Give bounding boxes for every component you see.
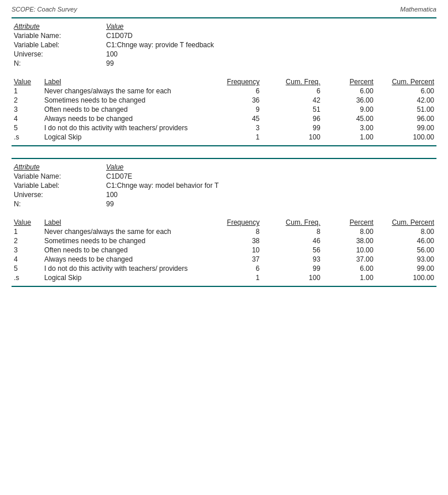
freq-cell: 56.00 — [376, 245, 436, 255]
section-1: AttributeValueVariable Name:C1D07DVariab… — [12, 17, 436, 146]
section-2: AttributeValueVariable Name:C1D07EVariab… — [12, 158, 436, 287]
attr-value: 99 — [104, 199, 436, 209]
freq-col-header: Cum. Freq. — [262, 77, 322, 86]
attr-row: Universe:100 — [12, 50, 436, 59]
freq-cell: 38 — [201, 236, 262, 245]
freq-cell: 1 — [201, 273, 262, 282]
page-header: SCOPE: Coach Survey Mathematica — [12, 6, 436, 13]
freq-cell: 93.00 — [376, 255, 436, 264]
freq-cell: Always needs to be changed — [42, 114, 201, 123]
freq-cell: 4 — [12, 255, 42, 264]
freq-cell: 36 — [201, 96, 262, 105]
freq-col-header: Frequency — [201, 77, 262, 86]
attr-row: Variable Label:C1:Chnge way: provide T f… — [12, 40, 436, 50]
attr-row: AttributeValue — [12, 163, 436, 172]
freq-cell: 51 — [262, 105, 322, 114]
freq-cell: 8 — [201, 227, 262, 236]
freq-cell: .s — [12, 273, 42, 282]
freq-col-header: Percent — [323, 77, 376, 86]
freq-data-row: 2Sometimes needs to be changed384638.004… — [12, 236, 436, 245]
freq-cell: 6.00 — [323, 264, 376, 273]
freq-cell: I do not do this activity with teachers/… — [42, 123, 201, 133]
attr-row: Variable Name:C1D07E — [12, 172, 436, 181]
freq-cell: 2 — [12, 96, 42, 105]
freq-cell: 3 — [12, 105, 42, 114]
freq-cell: 6 — [262, 86, 322, 96]
freq-cell: 37.00 — [323, 255, 376, 264]
freq-cell: 1 — [12, 86, 42, 96]
attr-label: Variable Label: — [12, 181, 104, 190]
freq-cell: 5 — [12, 264, 42, 273]
attr-label: N: — [12, 199, 104, 209]
attr-value: C1:Chnge way: model behavior for T — [104, 181, 436, 190]
freq-header-row: ValueLabelFrequencyCum. Freq.PercentCum.… — [12, 218, 436, 227]
freq-data-row: 1Never changes/always the same for each6… — [12, 86, 436, 96]
freq-cell: 6 — [201, 264, 262, 273]
freq-data-row: 1Never changes/always the same for each8… — [12, 227, 436, 236]
freq-cell: 1 — [201, 133, 262, 142]
freq-data-row: 4Always needs to be changed379337.0093.0… — [12, 255, 436, 264]
freq-cell: 10.00 — [323, 245, 376, 255]
freq-col-header: Frequency — [201, 218, 262, 227]
freq-cell: 4 — [12, 114, 42, 123]
freq-cell: 99 — [262, 264, 322, 273]
freq-cell: 100.00 — [376, 273, 436, 282]
attr-value: C1D07E — [104, 172, 436, 181]
freq-cell: 8.00 — [376, 227, 436, 236]
attr-row: N:99 — [12, 199, 436, 209]
freq-cell: 99.00 — [376, 264, 436, 273]
freq-data-row: 3Often needs to be changed105610.0056.00 — [12, 245, 436, 255]
freq-cell: 3.00 — [323, 123, 376, 133]
attr-label: Universe: — [12, 190, 104, 199]
freq-cell: Always needs to be changed — [42, 255, 201, 264]
attr-row: AttributeValue — [12, 22, 436, 31]
attr-value: 100 — [104, 190, 436, 199]
attr-label: Universe: — [12, 50, 104, 59]
freq-data-row: .sLogical Skip11001.00100.00 — [12, 133, 436, 142]
freq-cell: Never changes/always the same for each — [42, 227, 201, 236]
freq-data-row: 5I do not do this activity with teachers… — [12, 264, 436, 273]
attr-value: Value — [104, 163, 436, 172]
attr-label: Attribute — [12, 22, 104, 31]
freq-cell: 6.00 — [323, 86, 376, 96]
attr-table-2: AttributeValueVariable Name:C1D07EVariab… — [12, 163, 436, 209]
freq-cell: 42.00 — [376, 96, 436, 105]
freq-col-header: Label — [42, 77, 201, 86]
freq-data-row: 4Always needs to be changed459645.0096.0… — [12, 114, 436, 123]
freq-cell: 46 — [262, 236, 322, 245]
freq-table-2: ValueLabelFrequencyCum. Freq.PercentCum.… — [12, 218, 436, 282]
attr-value: Value — [104, 22, 436, 31]
attr-label: Attribute — [12, 163, 104, 172]
attr-row: Universe:100 — [12, 190, 436, 199]
freq-cell: 1.00 — [323, 273, 376, 282]
freq-cell: Logical Skip — [42, 133, 201, 142]
freq-cell: Sometimes needs to be changed — [42, 96, 201, 105]
freq-cell: Never changes/always the same for each — [42, 86, 201, 96]
attr-label: N: — [12, 59, 104, 68]
freq-cell: 6 — [201, 86, 262, 96]
attr-value: 100 — [104, 50, 436, 59]
freq-cell: 100 — [262, 273, 322, 282]
freq-cell: 100.00 — [376, 133, 436, 142]
freq-cell: 9 — [201, 105, 262, 114]
freq-cell: 36.00 — [323, 96, 376, 105]
freq-cell: 8.00 — [323, 227, 376, 236]
brand-label: Mathematica — [400, 6, 436, 13]
freq-cell: 2 — [12, 236, 42, 245]
freq-cell: 93 — [262, 255, 322, 264]
freq-cell: I do not do this activity with teachers/… — [42, 264, 201, 273]
attr-label: Variable Name: — [12, 31, 104, 40]
freq-table-1: ValueLabelFrequencyCum. Freq.PercentCum.… — [12, 77, 436, 142]
freq-col-header: Value — [12, 218, 42, 227]
attr-row: Variable Label:C1:Chnge way: model behav… — [12, 181, 436, 190]
freq-cell: 45 — [201, 114, 262, 123]
attr-label: Variable Name: — [12, 172, 104, 181]
freq-cell: 5 — [12, 123, 42, 133]
freq-data-row: 2Sometimes needs to be changed364236.004… — [12, 96, 436, 105]
freq-cell: 99.00 — [376, 123, 436, 133]
scope-label: SCOPE: Coach Survey — [12, 6, 77, 13]
freq-cell: 99 — [262, 123, 322, 133]
freq-data-row: 5I do not do this activity with teachers… — [12, 123, 436, 133]
freq-cell: Logical Skip — [42, 273, 201, 282]
freq-cell: 100 — [262, 133, 322, 142]
